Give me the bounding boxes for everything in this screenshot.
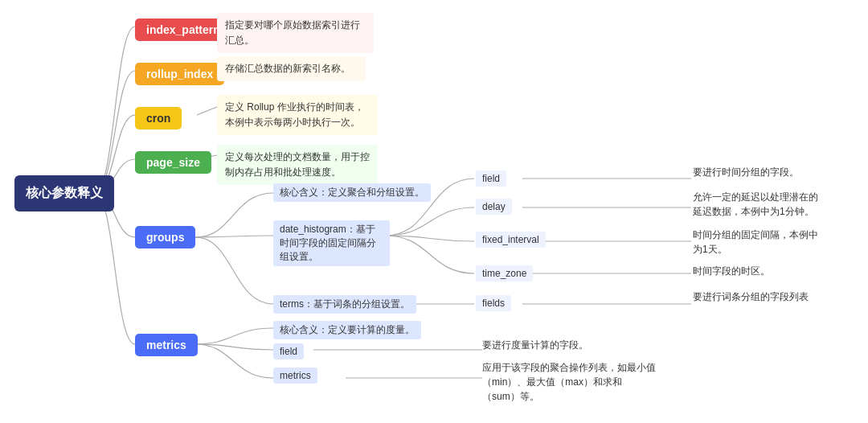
desc-page-size: 定义每次处理的文档数量，用于控制内存占用和批处理速度。 (217, 145, 378, 185)
node-groups: groups (135, 226, 195, 248)
node-metrics: metrics (135, 334, 198, 356)
mind-map: 核心参数释义 index_pattern rollup_index cron p… (0, 0, 868, 423)
rdesc-metrics-metrics: 应用于该字段的聚合操作列表，如最小值（min）、最大值（max）和求和（sum）… (482, 360, 659, 404)
rdesc-fixed-interval: 时间分组的固定间隔，本例中为1天。 (693, 228, 821, 257)
metrics-core: 核心含义：定义要计算的度量。 (273, 321, 421, 339)
rdesc-delay: 允许一定的延迟以处理潜在的延迟数据，本例中为1分钟。 (693, 190, 821, 219)
metrics-metrics: metrics (273, 368, 317, 384)
rdesc-metrics-field: 要进行度量计算的字段。 (482, 338, 659, 352)
root-node: 核心参数释义 (14, 175, 114, 212)
node-page-size: page_size (135, 151, 211, 174)
l3-fields: fields (476, 295, 511, 311)
l3-delay: delay (476, 199, 512, 215)
desc-cron: 定义 Rollup 作业执行的时间表，本例中表示每两小时执行一次。 (217, 95, 378, 135)
node-cron: cron (135, 107, 182, 129)
svg-line-2 (197, 107, 217, 115)
desc-rollup-index: 存储汇总数据的新索引名称。 (217, 56, 366, 81)
rdesc-fields: 要进行词条分组的字段列表 (693, 290, 821, 304)
l3-time-zone: time_zone (476, 265, 533, 281)
groups-date-histogram: date_histogram：基于时间字段的固定间隔分组设置。 (273, 220, 390, 266)
groups-core: 核心含义：定义聚合和分组设置。 (273, 183, 431, 202)
node-rollup-index: rollup_index (135, 63, 224, 85)
groups-terms: terms：基于词条的分组设置。 (273, 295, 416, 314)
l3-fixed-interval: fixed_interval (476, 232, 546, 248)
root-label: 核心参数释义 (26, 186, 103, 199)
metrics-field: field (273, 343, 304, 359)
rdesc-time-zone: 时间字段的时区。 (693, 264, 821, 278)
rdesc-field: 要进行时间分组的字段。 (693, 165, 821, 179)
l3-field: field (476, 170, 506, 187)
desc-index-pattern: 指定要对哪个原始数据索引进行汇总。 (217, 13, 374, 53)
